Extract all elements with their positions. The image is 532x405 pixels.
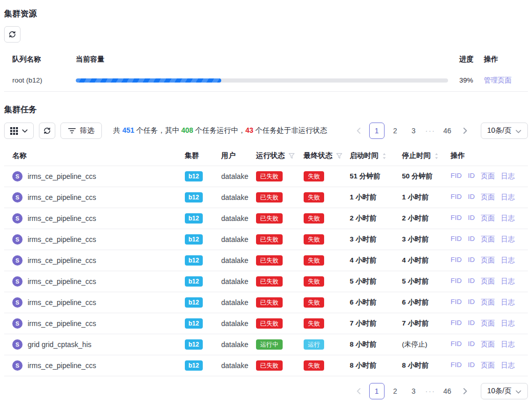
id-link[interactable]: ID [468,361,475,370]
log-link[interactable]: 日志 [501,361,515,370]
id-link[interactable]: ID [468,277,475,286]
log-link[interactable]: 日志 [501,319,515,328]
log-link[interactable]: 日志 [501,340,515,349]
final-status-badge: 失败 [304,255,324,266]
run-status-badge: 已失败 [256,360,283,371]
run-status-badge: 已失败 [256,297,283,308]
page-button-3[interactable]: 3 [406,383,421,399]
table-row: Sirms_ce_pipeline_ccs b12 datalake 已失败 失… [4,187,528,208]
tasks-toolbar: 筛选 共 451 个任务，其中 408 个任务运行中，43 个任务处于非运行状态… [4,123,528,139]
page-link[interactable]: 页面 [481,172,495,181]
page: 集群资源 队列名称 当前容量 进度 操作 root (b12) [0,0,532,399]
log-link[interactable]: 日志 [501,277,515,286]
page-button-2[interactable]: 2 [388,123,403,139]
col-run-status[interactable]: 运行状态 [256,151,304,160]
col-queue-name: 队列名称 [4,55,76,64]
log-link[interactable]: 日志 [501,256,515,265]
col-final-status[interactable]: 最终状态 [304,151,350,160]
fid-link[interactable]: FID [451,340,462,349]
table-footer: 1 2 3 ··· 46 10条/页 [4,383,528,399]
page-link[interactable]: 页面 [481,235,495,244]
fid-link[interactable]: FID [451,256,462,265]
id-link[interactable]: ID [468,172,475,181]
column-settings-button[interactable] [4,123,34,139]
page-button-1[interactable]: 1 [369,123,385,139]
chevron-down-icon [516,387,521,395]
prev-page-button[interactable] [352,123,366,139]
page-button-2[interactable]: 2 [388,383,403,399]
user-name: datalake [221,256,256,265]
fid-link[interactable]: FID [451,193,462,202]
log-link[interactable]: 日志 [501,193,515,202]
stop-time: 50 分钟前 [402,172,451,181]
filter-funnel-icon[interactable] [336,153,343,159]
page-link[interactable]: 页面 [481,361,495,370]
final-status-badge: 失败 [304,192,324,202]
id-link[interactable]: ID [468,256,475,265]
toolbar-left: 筛选 共 451 个任务，其中 408 个任务运行中，43 个任务处于非运行状态 [4,123,327,139]
next-page-button[interactable] [458,123,473,139]
avatar: S [12,318,23,329]
log-link[interactable]: 日志 [501,235,515,244]
fid-link[interactable]: FID [451,319,462,328]
page-button-46[interactable]: 46 [440,123,455,139]
page-button-3[interactable]: 3 [406,123,421,139]
task-name: irms_ce_pipeline_ccs [28,361,96,370]
cluster-badge: b12 [185,213,203,224]
fid-link[interactable]: FID [451,172,462,181]
page-size-select[interactable]: 10条/页 [481,123,528,139]
page-jump-ellipsis[interactable]: ··· [424,387,437,395]
log-link[interactable]: 日志 [501,298,515,307]
avatar: S [12,171,23,181]
cluster-badge: b12 [185,318,203,329]
user-name: datalake [221,235,256,244]
cluster-badge: b12 [185,171,203,181]
page-link[interactable]: 页面 [481,298,495,307]
fid-link[interactable]: FID [451,361,462,370]
task-name: irms_ce_pipeline_ccs [28,193,96,201]
refresh-tasks-button[interactable] [39,123,55,139]
page-link[interactable]: 页面 [481,319,495,328]
fid-link[interactable]: FID [451,277,462,286]
manage-page-link[interactable]: 管理页面 [484,76,512,84]
run-status-badge: 已失败 [256,213,283,224]
id-link[interactable]: ID [468,298,475,307]
cluster-badge: b12 [185,276,203,287]
page-link[interactable]: 页面 [481,277,495,286]
avatar: S [12,297,23,308]
stop-time: 7 小时前 [402,319,451,328]
log-link[interactable]: 日志 [501,172,515,181]
grid-icon [10,127,18,135]
sort-icon[interactable] [382,152,387,160]
table-row: Sirms_ce_pipeline_ccs b12 datalake 已失败 失… [4,229,528,250]
log-link[interactable]: 日志 [501,214,515,223]
filter-funnel-icon[interactable] [288,153,295,159]
fid-link[interactable]: FID [451,235,462,244]
col-name: 名称 [4,151,185,160]
next-page-button[interactable] [458,383,473,399]
fid-link[interactable]: FID [451,214,462,223]
id-link[interactable]: ID [468,214,475,223]
id-link[interactable]: ID [468,193,475,202]
page-jump-ellipsis[interactable]: ··· [424,127,437,135]
cluster-badge: b12 [185,234,203,245]
col-progress: 进度 [453,55,484,64]
page-link[interactable]: 页面 [481,214,495,223]
sort-icon[interactable] [434,152,439,160]
page-link[interactable]: 页面 [481,256,495,265]
page-button-1[interactable]: 1 [369,383,385,399]
filter-button[interactable]: 筛选 [60,123,102,139]
page-link[interactable]: 页面 [481,193,495,202]
page-link[interactable]: 页面 [481,340,495,349]
col-stop-time[interactable]: 停止时间 [402,151,451,160]
start-time: 8 小时前 [350,361,402,370]
id-link[interactable]: ID [468,340,475,349]
refresh-resources-button[interactable] [4,26,20,43]
page-size-select[interactable]: 10条/页 [481,383,528,399]
id-link[interactable]: ID [468,319,475,328]
id-link[interactable]: ID [468,235,475,244]
prev-page-button[interactable] [352,383,366,399]
page-button-46[interactable]: 46 [440,383,455,399]
fid-link[interactable]: FID [451,298,462,307]
col-start-time[interactable]: 启动时间 [350,151,402,160]
